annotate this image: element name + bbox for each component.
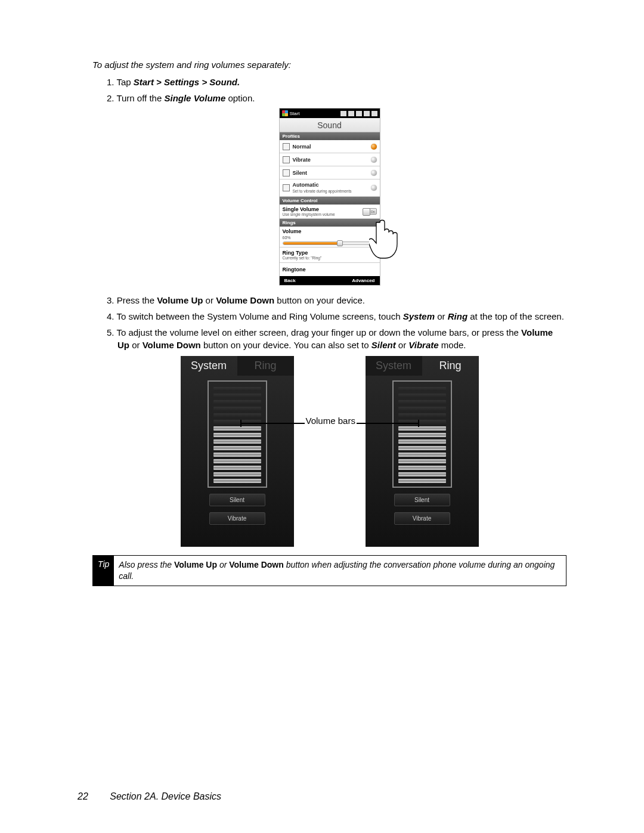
sound-phone-figure: Start Sound Profiles Normal Vibrate (92, 108, 566, 286)
s4-b1: System (403, 311, 435, 321)
volume-slider[interactable] (283, 241, 377, 245)
vibrate-button[interactable]: Vibrate (209, 512, 265, 525)
profile-silent-label: Silent (293, 170, 308, 176)
s5-b3: Silent (371, 340, 396, 350)
volume-row[interactable]: Volume 60% (280, 227, 380, 247)
radio-unselected-icon (371, 157, 377, 163)
volume-percent: 60% (283, 236, 291, 240)
s4-mid: or (435, 311, 448, 321)
single-volume-toggle[interactable]: On (363, 208, 377, 215)
ringtone-row[interactable]: Ringtone (280, 263, 380, 276)
profile-normal[interactable]: Normal (280, 140, 380, 153)
softkey-back[interactable]: Back (284, 278, 296, 283)
soft-key-bar: Back Advanced (280, 276, 380, 285)
tab-system[interactable]: System (366, 356, 422, 376)
screen-title: Sound (280, 118, 380, 132)
tip-text: Also press the Volume Up or Volume Down … (114, 556, 566, 586)
start-label[interactable]: Start (290, 111, 300, 116)
radio-unselected-icon (371, 170, 377, 176)
profile-automatic-label: Automatic (293, 182, 319, 188)
ring-volume-screen: System Ring Silent Vibrate (366, 356, 479, 547)
battery-icon (364, 111, 370, 116)
radio-selected-icon (371, 144, 377, 150)
s5-pre: 5. To adjust the volume level on either … (107, 327, 521, 337)
s5-mid3: or (396, 340, 409, 350)
menu-icon (371, 111, 377, 116)
ringtone-label: Ringtone (283, 267, 306, 272)
s5-mid1: or (129, 340, 143, 350)
page: To adjust the system and ring volumes se… (0, 0, 644, 622)
s4-pre: 4. To switch between the System Volume a… (107, 311, 403, 321)
windows-flag-icon (282, 110, 288, 116)
s5-b4: Vibrate (408, 340, 438, 350)
profiles-header: Profiles (280, 132, 380, 140)
intro-text: To adjust the system and ring volumes se… (92, 60, 566, 70)
s5-b2: Volume Down (143, 340, 201, 350)
step-2-pre: 2. Turn off the (107, 93, 164, 103)
profile-vibrate-label: Vibrate (293, 157, 311, 163)
ring-type-row[interactable]: Ring Type Currently set to: "Ring" (280, 247, 380, 263)
status-bar: Start (280, 109, 380, 118)
volume-bars[interactable] (392, 380, 452, 488)
s5-mid2: button on your device. You can also set … (201, 340, 371, 350)
tip-t2: or (217, 560, 229, 569)
section-title: Section 2A. Device Basics (110, 791, 221, 801)
phone-vibrate-icon (283, 156, 290, 163)
step-1-path: Start > Settings > Sound. (134, 77, 240, 87)
steps-1-2: 1. Tap Start > Settings > Sound. 2. Turn… (92, 76, 566, 104)
volume-label: Volume (283, 228, 302, 234)
step-3: 3. Press the Volume Up or Volume Down bu… (115, 294, 566, 306)
step-2-post: option. (225, 93, 255, 103)
tip-b2: Volume Down (229, 560, 284, 569)
volume-control-header: Volume Control (280, 197, 380, 205)
page-footer: 22 Section 2A. Device Basics (78, 791, 221, 802)
tip-box: Tip Also press the Volume Up or Volume D… (92, 555, 566, 586)
steps-3-5: 3. Press the Volume Up or Volume Down bu… (92, 294, 566, 351)
signal-icon (348, 111, 354, 116)
tip-t1: Also press the (119, 560, 174, 569)
radio-unselected-icon (371, 185, 377, 191)
s3-post: button on your device. (274, 295, 365, 305)
silent-button[interactable]: Silent (394, 494, 450, 506)
phone-auto-icon (283, 184, 290, 191)
system-volume-screen: System Ring Silent Vibrate (181, 356, 294, 547)
tab-ring[interactable]: Ring (422, 356, 479, 376)
profile-automatic[interactable]: Automatic Set to vibrate during appointm… (280, 179, 380, 197)
step-1-pre: 1. Tap (107, 77, 134, 87)
s5-post: mode. (439, 340, 466, 350)
vibrate-button[interactable]: Vibrate (394, 512, 450, 525)
speaker-icon (356, 111, 362, 116)
volume-bars[interactable] (208, 380, 267, 488)
silent-button[interactable]: Silent (209, 494, 265, 506)
s3-b1: Volume Up (157, 295, 203, 305)
slider-knob-icon[interactable] (337, 240, 343, 246)
tab-system[interactable]: System (181, 356, 237, 376)
step-1: 1. Tap Start > Settings > Sound. (115, 76, 566, 88)
tab-ring[interactable]: Ring (237, 356, 294, 376)
status-icon (340, 111, 346, 116)
volume-screens-figure: System Ring Silent Vibrate Volume bars S… (92, 356, 566, 547)
single-volume-row[interactable]: Single Volume Use single ring/system vol… (280, 205, 380, 219)
profile-normal-label: Normal (293, 144, 311, 150)
s4-post: at the top of the screen. (467, 311, 564, 321)
single-volume-sub: Use single ring/system volume (283, 212, 335, 216)
profile-silent[interactable]: Silent (280, 166, 380, 179)
phone-sound-icon (283, 143, 290, 150)
s3-mid: or (203, 295, 216, 305)
s3-pre: 3. Press the (107, 295, 157, 305)
profile-vibrate[interactable]: Vibrate (280, 153, 380, 166)
s3-b2: Volume Down (216, 295, 274, 305)
ring-type-label: Ring Type (283, 250, 308, 256)
step-2: 2. Turn off the Single Volume option. (115, 92, 566, 104)
tip-label: Tip (93, 556, 114, 586)
ring-type-sub: Currently set to: "Ring" (283, 256, 322, 260)
phone-silent-icon (283, 169, 290, 176)
single-volume-label: Single Volume (283, 206, 335, 212)
step-5: 5. To adjust the volume level on either … (115, 326, 566, 351)
s4-b2: Ring (448, 311, 467, 321)
step-4: 4. To switch between the System Volume a… (115, 310, 566, 323)
softkey-advanced[interactable]: Advanced (352, 278, 374, 283)
page-number: 22 (78, 791, 88, 801)
sound-phone: Start Sound Profiles Normal Vibrate (279, 108, 380, 286)
step-2-option: Single Volume (164, 93, 225, 103)
